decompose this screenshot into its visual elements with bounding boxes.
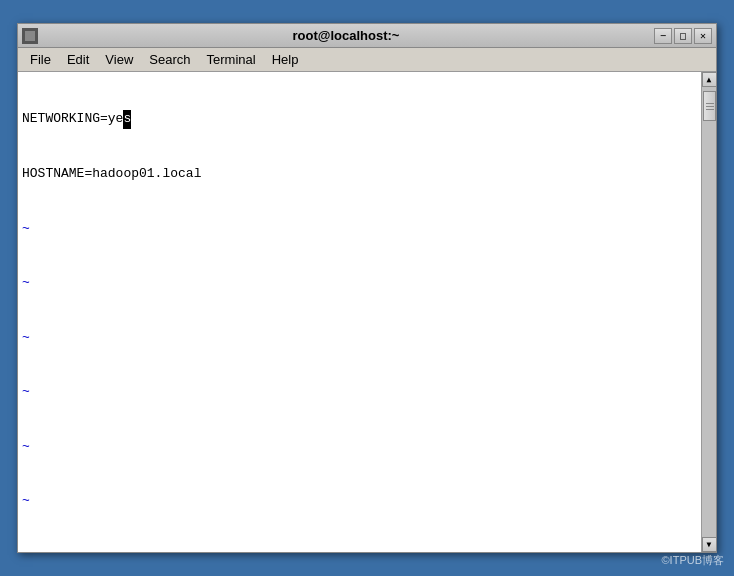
grip-line — [706, 106, 714, 107]
tilde-line: ~ — [22, 547, 697, 552]
tilde-line: ~ — [22, 383, 697, 401]
editor-area[interactable]: NETWORKING=yes HOSTNAME=hadoop01.local ~… — [18, 72, 701, 552]
menu-edit[interactable]: Edit — [59, 50, 97, 69]
scrollbar-thumb[interactable] — [703, 91, 716, 121]
menu-terminal[interactable]: Terminal — [199, 50, 264, 69]
tilde-line: ~ — [22, 329, 697, 347]
menu-search[interactable]: Search — [141, 50, 198, 69]
grip-line — [706, 103, 714, 104]
desktop: root@localhost:~ − □ ✕ File Edit View Se… — [0, 0, 734, 576]
scrollbar-up-button[interactable]: ▲ — [702, 72, 717, 87]
scrollbar: ▲ ▼ — [701, 72, 716, 552]
terminal-window: root@localhost:~ − □ ✕ File Edit View Se… — [17, 23, 717, 553]
watermark: ©ITPUB博客 — [662, 553, 725, 568]
menu-help[interactable]: Help — [264, 50, 307, 69]
editor-line-1: NETWORKING=yes — [22, 110, 697, 128]
cursor: s — [123, 110, 131, 128]
menu-file[interactable]: File — [22, 50, 59, 69]
scrollbar-down-button[interactable]: ▼ — [702, 537, 717, 552]
editor-line-2: HOSTNAME=hadoop01.local — [22, 165, 697, 183]
minimize-button[interactable]: − — [654, 28, 672, 44]
content-wrapper: NETWORKING=yes HOSTNAME=hadoop01.local ~… — [18, 72, 716, 552]
menu-view[interactable]: View — [97, 50, 141, 69]
maximize-button[interactable]: □ — [674, 28, 692, 44]
tilde-line: ~ — [22, 438, 697, 456]
titlebar: root@localhost:~ − □ ✕ — [18, 24, 716, 48]
scrollbar-grip — [706, 103, 714, 110]
tilde-line: ~ — [22, 220, 697, 238]
tilde-line: ~ — [22, 492, 697, 510]
close-button[interactable]: ✕ — [694, 28, 712, 44]
grip-line — [706, 109, 714, 110]
editor-content: NETWORKING=yes HOSTNAME=hadoop01.local ~… — [18, 72, 701, 552]
window-title: root@localhost:~ — [38, 28, 654, 43]
tilde-line: ~ — [22, 274, 697, 292]
titlebar-buttons: − □ ✕ — [654, 28, 712, 44]
menubar: File Edit View Search Terminal Help — [18, 48, 716, 72]
window-icon — [22, 28, 38, 44]
scrollbar-track[interactable] — [702, 87, 716, 537]
